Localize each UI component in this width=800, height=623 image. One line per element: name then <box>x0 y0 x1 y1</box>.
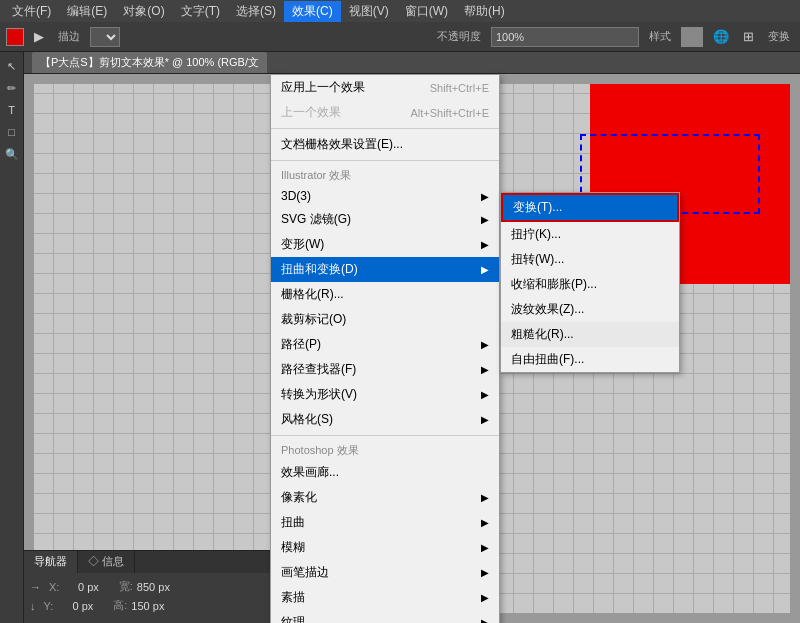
tool-arrow[interactable]: ↖ <box>2 56 22 76</box>
menu-blur-label: 模糊 <box>281 539 481 556</box>
menu-convert-shape[interactable]: 转换为形状(V) ▶ <box>271 382 499 407</box>
menu-stylize-label: 风格化(S) <box>281 411 481 428</box>
color-swatch[interactable] <box>6 28 24 46</box>
menu-sketch[interactable]: 素描 ▶ <box>271 585 499 610</box>
menu-select[interactable]: 选择(S) <box>228 1 284 22</box>
menu-brush[interactable]: 画笔描边 ▶ <box>271 560 499 585</box>
divider-3 <box>271 435 499 436</box>
menu-help[interactable]: 帮助(H) <box>456 1 513 22</box>
menu-brush-arrow: ▶ <box>481 567 489 578</box>
last-effect-label: 上一个效果 <box>281 104 390 121</box>
menu-object[interactable]: 对象(O) <box>115 1 172 22</box>
opacity-label: 不透明度 <box>433 29 485 44</box>
menu-file[interactable]: 文件(F) <box>4 1 59 22</box>
toolbar-icon-1[interactable]: ▶ <box>30 27 48 46</box>
menu-path[interactable]: 路径(P) ▶ <box>271 332 499 357</box>
menu-svg[interactable]: SVG 滤镜(G) ▶ <box>271 207 499 232</box>
menu-window[interactable]: 窗口(W) <box>397 1 456 22</box>
panel-tabs: 导航器 ◇ 信息 <box>24 551 294 573</box>
menu-distort[interactable]: 扭曲 ▶ <box>271 510 499 535</box>
tool-pen[interactable]: ✏ <box>2 78 22 98</box>
style-label: 样式 <box>645 29 675 44</box>
menu-stylize[interactable]: 风格化(S) ▶ <box>271 407 499 432</box>
menu-svg-label: SVG 滤镜(G) <box>281 211 481 228</box>
submenu-pucker[interactable]: 扭拧(K)... <box>501 222 679 247</box>
tool-text[interactable]: T <box>2 100 22 120</box>
illustrator-section-label: Illustrator 效果 <box>271 164 499 185</box>
menu-distort-transform[interactable]: 扭曲和变换(D) ▶ <box>271 257 499 282</box>
toolbar: ▶ 描边 不透明度 样式 🌐 ⊞ 变换 <box>0 22 800 52</box>
submenu-freedistort-label: 自由扭曲(F)... <box>511 351 669 368</box>
distort-submenu[interactable]: 变换(T)... 扭拧(K)... 扭转(W)... 收缩和膨胀(P)... 波… <box>500 192 680 373</box>
main-area: ↖ ✏ T □ 🔍 【P大点S】剪切文本效果* @ 100% (RGB/文 导航… <box>0 52 800 623</box>
menu-edit[interactable]: 编辑(E) <box>59 1 115 22</box>
doc-grid-settings[interactable]: 文档栅格效果设置(E)... <box>271 132 499 157</box>
canvas-tab: 【P大点S】剪切文本效果* @ 100% (RGB/文 <box>24 52 800 74</box>
menu-warp-label: 变形(W) <box>281 236 481 253</box>
menu-convert-arrow: ▶ <box>481 389 489 400</box>
last-effect[interactable]: 上一个效果 Alt+Shift+Ctrl+E <box>271 100 499 125</box>
info-tab[interactable]: ◇ 信息 <box>78 551 135 573</box>
stroke-select[interactable] <box>90 27 120 47</box>
submenu-shrink-expand[interactable]: 收缩和膨胀(P)... <box>501 272 679 297</box>
submenu-transform[interactable]: 变换(T)... <box>501 193 679 222</box>
width-value: 850 px <box>137 581 170 593</box>
menu-pathfinder[interactable]: 路径查找器(F) ▶ <box>271 357 499 382</box>
menu-distort-arrow: ▶ <box>481 264 489 275</box>
menu-svg-arrow: ▶ <box>481 214 489 225</box>
doc-grid-label: 文档栅格效果设置(E)... <box>281 136 489 153</box>
menu-pathfinder-arrow: ▶ <box>481 364 489 375</box>
menu-pixelate-arrow: ▶ <box>481 492 489 503</box>
x-value: 0 px <box>78 581 99 593</box>
submenu-twist[interactable]: 扭转(W)... <box>501 247 679 272</box>
menu-texture[interactable]: 纹理 ▶ <box>271 610 499 623</box>
canvas-tab-active[interactable]: 【P大点S】剪切文本效果* @ 100% (RGB/文 <box>32 52 267 73</box>
submenu-roughen[interactable]: 粗糙化(R)... <box>501 322 679 347</box>
menu-text[interactable]: 文字(T) <box>173 1 228 22</box>
submenu-ripple-label: 波纹效果(Z)... <box>511 301 669 318</box>
menu-view[interactable]: 视图(V) <box>341 1 397 22</box>
menu-3d-arrow: ▶ <box>481 191 489 202</box>
submenu-ripple[interactable]: 波纹效果(Z)... <box>501 297 679 322</box>
apply-last-label: 应用上一个效果 <box>281 79 410 96</box>
effect-dropdown-menu[interactable]: 应用上一个效果 Shift+Ctrl+E 上一个效果 Alt+Shift+Ctr… <box>270 74 500 623</box>
panel-content: → X: 0 px 宽: 850 px ↓ Y: 0 px 高: 150 px <box>24 573 294 623</box>
menu-brush-label: 画笔描边 <box>281 564 481 581</box>
width-label: 宽: <box>119 579 133 594</box>
opacity-input[interactable] <box>491 27 639 47</box>
panel-row-y: ↓ Y: 0 px 高: 150 px <box>30 598 288 613</box>
menu-distort2-label: 扭曲 <box>281 514 481 531</box>
menu-texture-arrow: ▶ <box>481 617 489 623</box>
menu-crop-label: 裁剪标记(O) <box>281 311 489 328</box>
menu-rasterize[interactable]: 栅格化(R)... <box>271 282 499 307</box>
menu-gallery[interactable]: 效果画廊... <box>271 460 499 485</box>
divider-2 <box>271 160 499 161</box>
submenu-freedistort[interactable]: 自由扭曲(F)... <box>501 347 679 372</box>
menu-convert-label: 转换为形状(V) <box>281 386 481 403</box>
menu-path-label: 路径(P) <box>281 336 481 353</box>
menu-effect[interactable]: 效果(C) <box>284 1 341 22</box>
menu-3d[interactable]: 3D(3) ▶ <box>271 185 499 207</box>
menu-blur[interactable]: 模糊 ▶ <box>271 535 499 560</box>
apply-last-effect[interactable]: 应用上一个效果 Shift+Ctrl+E <box>271 75 499 100</box>
stroke-label: 描边 <box>54 29 84 44</box>
apply-last-shortcut: Shift+Ctrl+E <box>430 82 489 94</box>
menu-sketch-arrow: ▶ <box>481 592 489 603</box>
tool-rect[interactable]: □ <box>2 122 22 142</box>
tool-zoom[interactable]: 🔍 <box>2 144 22 164</box>
style-swatch[interactable] <box>681 27 703 47</box>
menu-3d-label: 3D(3) <box>281 189 481 203</box>
menu-crop-marks[interactable]: 裁剪标记(O) <box>271 307 499 332</box>
divider-1 <box>271 128 499 129</box>
menu-pixelate[interactable]: 像素化 ▶ <box>271 485 499 510</box>
menu-sketch-label: 素描 <box>281 589 481 606</box>
y-label: Y: <box>44 600 69 612</box>
grid-icon[interactable]: ⊞ <box>739 27 758 46</box>
menu-distort2-arrow: ▶ <box>481 517 489 528</box>
globe-icon[interactable]: 🌐 <box>709 27 733 46</box>
menu-texture-label: 纹理 <box>281 614 481 623</box>
transform-label: 变换 <box>764 29 794 44</box>
navigator-tab[interactable]: 导航器 <box>24 551 78 573</box>
height-value: 150 px <box>131 600 164 612</box>
menu-warp[interactable]: 变形(W) ▶ <box>271 232 499 257</box>
